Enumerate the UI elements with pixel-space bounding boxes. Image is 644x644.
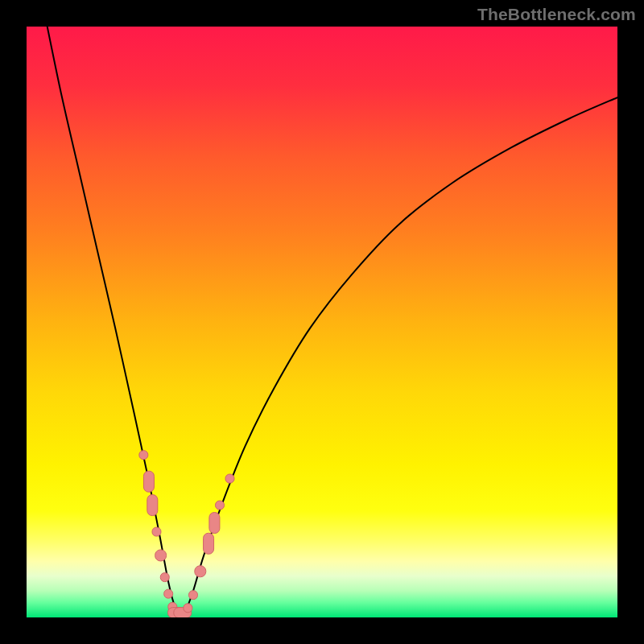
data-marker: [195, 566, 206, 577]
data-marker: [160, 573, 169, 582]
data-marker: [184, 604, 192, 613]
data-marker: [147, 495, 158, 516]
watermark-text: TheBottleneck.com: [477, 5, 636, 24]
data-marker: [225, 474, 234, 483]
data-marker: [164, 589, 173, 598]
data-marker: [188, 591, 197, 600]
data-marker: [155, 550, 167, 561]
data-marker: [143, 471, 154, 492]
chart-stage: TheBottleneck.com: [0, 0, 644, 644]
curve-layer: [27, 27, 617, 617]
data-marker: [216, 501, 225, 510]
data-marker: [209, 513, 220, 534]
data-marker: [139, 451, 148, 460]
plot-area: [27, 27, 617, 617]
data-marker: [152, 527, 161, 536]
bottleneck-curve: [47, 27, 617, 614]
marker-group: [139, 451, 234, 617]
data-marker: [204, 533, 214, 554]
